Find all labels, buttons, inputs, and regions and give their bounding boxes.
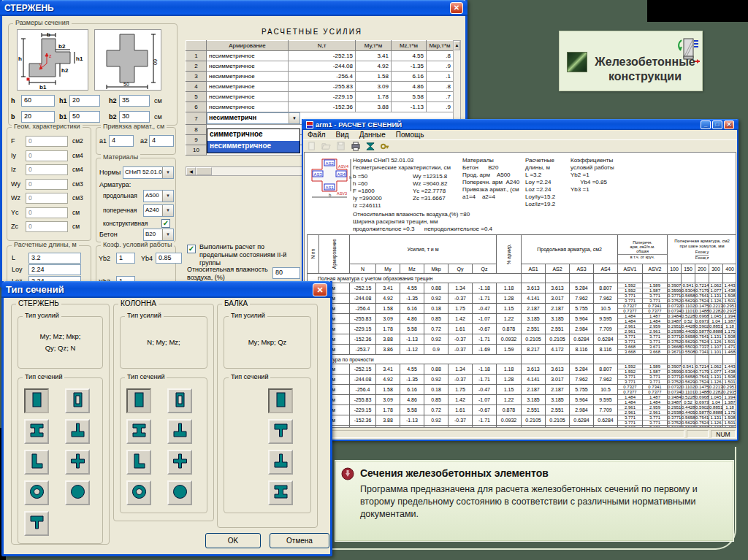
scroll-left-icon[interactable]: ◀ [186,167,196,175]
section-shape-tee-down-button[interactable] [268,419,293,444]
chevron-down-icon[interactable]: ▼ [162,229,173,240]
cancel-button[interactable]: Отмена [270,533,329,548]
cell[interactable]: 3.09 [356,82,392,92]
cell[interactable]: -152.36 [289,102,356,112]
close-icon[interactable]: ✕ [724,120,734,129]
a1-input[interactable]: 4 [109,135,134,147]
cell[interactable]: -255.83 [289,82,356,92]
dropdown-item[interactable]: несимметричное [207,141,299,153]
cell[interactable]: несимметричное [207,51,289,61]
rod-titlebar[interactable]: СТЕРЖЕНЬ [0,0,468,16]
menu-item-Вид[interactable]: Вид [336,131,349,139]
section-shape-cross-button[interactable] [65,450,90,475]
section-shape-rect-hollow-button[interactable] [167,388,192,413]
constr-checkbox[interactable]: ✓ [161,219,170,228]
armoring-combobox[interactable]: несимметричн▼ [207,112,300,124]
section-shape-tee-up-button[interactable] [65,419,90,444]
section-shape-circle-hollow-button[interactable] [126,480,151,505]
cell[interactable]: несимметричное [207,72,289,82]
help-key-icon[interactable] [379,141,391,151]
types-titlebar[interactable]: Тип сечений [1,281,332,298]
cell[interactable]: .8 [427,82,454,92]
h-input[interactable]: 60 [21,95,55,107]
section-shape-rect-filled-button[interactable] [126,388,151,413]
open-icon[interactable] [321,141,332,151]
b1-input[interactable]: 50 [69,111,100,123]
cell[interactable]: 3.41 [356,51,392,61]
section-shape-l-shape-button[interactable] [24,450,49,475]
types-close-icon[interactable]: ✕ [313,283,327,296]
chevron-down-icon[interactable]: ▼ [162,191,173,202]
cell[interactable]: несимметричное [207,61,289,72]
long-reinf-select[interactable]: A500▼ [143,190,174,202]
minimize-icon[interactable]: _ [701,120,711,129]
cell[interactable]: -256.4 [289,72,356,82]
menu-item-Данные[interactable]: Данные [359,131,386,139]
limit-state-checkbox[interactable]: ✓ [187,245,196,253]
print-icon[interactable] [350,141,362,151]
section-shape-cross-button[interactable] [167,450,192,475]
cell[interactable]: 3.88 [356,102,392,112]
save-icon[interactable] [335,141,347,151]
cell[interactable]: -229.15 [289,92,356,102]
rod-close-icon[interactable]: ✕ [450,2,463,14]
b2-input[interactable]: 30 [119,111,150,123]
dropdown-item[interactable]: симметричное [207,129,299,141]
h1-input[interactable]: 20 [69,95,100,107]
b-input[interactable]: 20 [21,111,55,123]
norms-select[interactable]: СНиП 52.01.0▼ [123,166,174,179]
cell[interactable]: .9 [427,61,454,72]
a2-input[interactable]: 4 [149,135,174,147]
section-shape-l-shape-button[interactable] [126,450,151,475]
cell[interactable]: 1.78 [356,92,392,102]
Loy-input[interactable]: 2.24 [28,264,81,275]
cell[interactable]: 4.55 [392,51,427,61]
section-shape-circle-filled-button[interactable] [167,480,192,505]
cell[interactable]: 4.86 [392,82,427,92]
chevron-down-icon[interactable]: ▼ [289,113,299,123]
section-shape-circle-filled-button[interactable] [65,480,90,505]
cell[interactable]: 4.92 [356,61,392,72]
menu-item-Файл[interactable]: Файл [308,131,326,139]
section-shape-rect-hollow-button[interactable] [65,388,90,413]
section-shape-tee-up-button[interactable] [167,419,192,444]
Yb2-input[interactable]: 1 [116,253,135,264]
section-shape-tee-up-button[interactable] [268,450,293,475]
section-shape-rect-filled-button[interactable] [24,388,49,413]
cell[interactable]: .8 [427,51,454,61]
h2-input[interactable]: 35 [119,95,150,107]
sections-icon[interactable] [365,141,376,151]
chevron-down-icon[interactable]: ▼ [162,205,173,216]
armoring-dropdown[interactable]: симметричноенесимметричное [207,129,300,153]
cell[interactable]: .1 [427,72,454,82]
Iy-input[interactable]: 0 [26,150,68,161]
cell[interactable]: несимметричное [207,82,289,92]
cell[interactable]: -244.08 [289,61,356,72]
cell[interactable]: -252.15 [289,51,356,61]
scroll-thumb[interactable] [196,167,212,175]
cell[interactable]: 6.16 [392,72,427,82]
Yb4-input[interactable]: 0.85 [156,253,182,264]
cell[interactable]: -1.35 [392,61,427,72]
Wy-input[interactable]: 0 [26,179,68,190]
section-shape-rect-filled-button[interactable] [268,388,293,413]
L-input[interactable]: 3.2 [28,253,81,264]
new-icon[interactable] [306,141,318,151]
section-shape-i-beam-button[interactable] [268,480,293,505]
cell[interactable]: 1.58 [356,72,392,82]
cell[interactable]: .9 [427,102,454,112]
menu-item-Помощь[interactable]: Помощь [396,131,424,139]
trans-reinf-select[interactable]: A240▼ [143,204,174,217]
cell[interactable]: несимметричное [207,92,289,102]
scroll-up-icon[interactable]: ▲ [454,41,460,50]
Yc-input[interactable]: 0 [26,207,68,218]
Zc-input[interactable]: 0 [26,221,68,232]
section-shape-i-beam-button[interactable] [126,419,151,444]
section-shape-i-beam-button[interactable] [24,419,49,444]
Iz-input[interactable]: 0 [26,164,68,175]
concrete-select[interactable]: В20▼ [143,229,174,241]
section-shape-circle-hollow-button[interactable] [24,480,49,505]
maximize-icon[interactable]: □ [712,120,722,129]
humidity-input[interactable]: 80 [272,267,300,279]
chevron-down-icon[interactable]: ▼ [162,167,173,178]
